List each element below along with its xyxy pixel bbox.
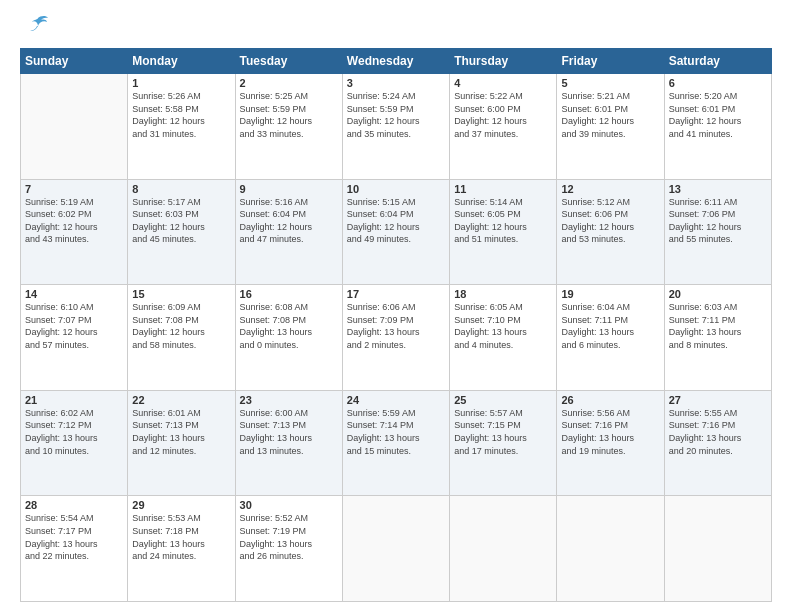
day-info: Sunrise: 6:02 AM Sunset: 7:12 PM Dayligh… [25,407,123,457]
day-info: Sunrise: 5:22 AM Sunset: 6:00 PM Dayligh… [454,90,552,140]
day-info: Sunrise: 5:54 AM Sunset: 7:17 PM Dayligh… [25,512,123,562]
day-number: 25 [454,394,552,406]
day-info: Sunrise: 5:16 AM Sunset: 6:04 PM Dayligh… [240,196,338,246]
header [20,16,772,40]
day-number: 6 [669,77,767,89]
day-info: Sunrise: 5:21 AM Sunset: 6:01 PM Dayligh… [561,90,659,140]
day-number: 30 [240,499,338,511]
calendar-cell: 24Sunrise: 5:59 AM Sunset: 7:14 PM Dayli… [342,390,449,496]
calendar-cell [450,496,557,602]
day-info: Sunrise: 5:52 AM Sunset: 7:19 PM Dayligh… [240,512,338,562]
calendar-cell: 1Sunrise: 5:26 AM Sunset: 5:58 PM Daylig… [128,74,235,180]
calendar-cell: 12Sunrise: 5:12 AM Sunset: 6:06 PM Dayli… [557,179,664,285]
day-number: 27 [669,394,767,406]
day-number: 8 [132,183,230,195]
weekday-sunday: Sunday [21,49,128,74]
calendar-cell: 6Sunrise: 5:20 AM Sunset: 6:01 PM Daylig… [664,74,771,180]
calendar-cell: 25Sunrise: 5:57 AM Sunset: 7:15 PM Dayli… [450,390,557,496]
calendar-cell: 19Sunrise: 6:04 AM Sunset: 7:11 PM Dayli… [557,285,664,391]
day-number: 10 [347,183,445,195]
weekday-saturday: Saturday [664,49,771,74]
day-number: 21 [25,394,123,406]
day-info: Sunrise: 5:55 AM Sunset: 7:16 PM Dayligh… [669,407,767,457]
calendar-cell: 17Sunrise: 6:06 AM Sunset: 7:09 PM Dayli… [342,285,449,391]
day-number: 16 [240,288,338,300]
calendar-cell [342,496,449,602]
day-number: 14 [25,288,123,300]
day-info: Sunrise: 5:24 AM Sunset: 5:59 PM Dayligh… [347,90,445,140]
calendar-week-row: 14Sunrise: 6:10 AM Sunset: 7:07 PM Dayli… [21,285,772,391]
day-info: Sunrise: 5:56 AM Sunset: 7:16 PM Dayligh… [561,407,659,457]
weekday-header-row: SundayMondayTuesdayWednesdayThursdayFrid… [21,49,772,74]
day-number: 18 [454,288,552,300]
day-number: 29 [132,499,230,511]
day-info: Sunrise: 5:53 AM Sunset: 7:18 PM Dayligh… [132,512,230,562]
calendar-week-row: 21Sunrise: 6:02 AM Sunset: 7:12 PM Dayli… [21,390,772,496]
day-info: Sunrise: 5:20 AM Sunset: 6:01 PM Dayligh… [669,90,767,140]
day-number: 11 [454,183,552,195]
day-info: Sunrise: 5:57 AM Sunset: 7:15 PM Dayligh… [454,407,552,457]
day-number: 28 [25,499,123,511]
day-info: Sunrise: 5:59 AM Sunset: 7:14 PM Dayligh… [347,407,445,457]
calendar-cell: 7Sunrise: 5:19 AM Sunset: 6:02 PM Daylig… [21,179,128,285]
calendar-cell [557,496,664,602]
calendar-cell: 20Sunrise: 6:03 AM Sunset: 7:11 PM Dayli… [664,285,771,391]
day-number: 7 [25,183,123,195]
day-info: Sunrise: 6:10 AM Sunset: 7:07 PM Dayligh… [25,301,123,351]
day-info: Sunrise: 5:14 AM Sunset: 6:05 PM Dayligh… [454,196,552,246]
day-info: Sunrise: 5:15 AM Sunset: 6:04 PM Dayligh… [347,196,445,246]
day-number: 13 [669,183,767,195]
day-number: 19 [561,288,659,300]
calendar-cell: 16Sunrise: 6:08 AM Sunset: 7:08 PM Dayli… [235,285,342,391]
day-info: Sunrise: 6:01 AM Sunset: 7:13 PM Dayligh… [132,407,230,457]
calendar-cell: 4Sunrise: 5:22 AM Sunset: 6:00 PM Daylig… [450,74,557,180]
calendar-cell: 15Sunrise: 6:09 AM Sunset: 7:08 PM Dayli… [128,285,235,391]
calendar-cell: 28Sunrise: 5:54 AM Sunset: 7:17 PM Dayli… [21,496,128,602]
day-info: Sunrise: 6:11 AM Sunset: 7:06 PM Dayligh… [669,196,767,246]
calendar-cell: 30Sunrise: 5:52 AM Sunset: 7:19 PM Dayli… [235,496,342,602]
calendar-table: SundayMondayTuesdayWednesdayThursdayFrid… [20,48,772,602]
weekday-friday: Friday [557,49,664,74]
weekday-thursday: Thursday [450,49,557,74]
day-info: Sunrise: 5:12 AM Sunset: 6:06 PM Dayligh… [561,196,659,246]
calendar-cell: 29Sunrise: 5:53 AM Sunset: 7:18 PM Dayli… [128,496,235,602]
calendar-cell [664,496,771,602]
calendar-week-row: 7Sunrise: 5:19 AM Sunset: 6:02 PM Daylig… [21,179,772,285]
calendar-cell: 10Sunrise: 5:15 AM Sunset: 6:04 PM Dayli… [342,179,449,285]
calendar-cell: 8Sunrise: 5:17 AM Sunset: 6:03 PM Daylig… [128,179,235,285]
calendar-cell: 23Sunrise: 6:00 AM Sunset: 7:13 PM Dayli… [235,390,342,496]
logo-bird-icon [24,12,52,40]
day-info: Sunrise: 6:08 AM Sunset: 7:08 PM Dayligh… [240,301,338,351]
day-number: 22 [132,394,230,406]
logo [20,16,52,40]
day-number: 4 [454,77,552,89]
day-info: Sunrise: 6:00 AM Sunset: 7:13 PM Dayligh… [240,407,338,457]
day-number: 26 [561,394,659,406]
day-info: Sunrise: 6:06 AM Sunset: 7:09 PM Dayligh… [347,301,445,351]
day-number: 23 [240,394,338,406]
calendar-cell: 2Sunrise: 5:25 AM Sunset: 5:59 PM Daylig… [235,74,342,180]
calendar-cell: 18Sunrise: 6:05 AM Sunset: 7:10 PM Dayli… [450,285,557,391]
day-number: 15 [132,288,230,300]
calendar-cell: 9Sunrise: 5:16 AM Sunset: 6:04 PM Daylig… [235,179,342,285]
day-number: 3 [347,77,445,89]
day-number: 5 [561,77,659,89]
day-info: Sunrise: 6:05 AM Sunset: 7:10 PM Dayligh… [454,301,552,351]
calendar-page: SundayMondayTuesdayWednesdayThursdayFrid… [0,0,792,612]
day-info: Sunrise: 5:26 AM Sunset: 5:58 PM Dayligh… [132,90,230,140]
day-number: 12 [561,183,659,195]
day-number: 1 [132,77,230,89]
calendar-cell [21,74,128,180]
day-number: 2 [240,77,338,89]
day-info: Sunrise: 6:03 AM Sunset: 7:11 PM Dayligh… [669,301,767,351]
weekday-tuesday: Tuesday [235,49,342,74]
calendar-cell: 21Sunrise: 6:02 AM Sunset: 7:12 PM Dayli… [21,390,128,496]
calendar-cell: 13Sunrise: 6:11 AM Sunset: 7:06 PM Dayli… [664,179,771,285]
calendar-cell: 22Sunrise: 6:01 AM Sunset: 7:13 PM Dayli… [128,390,235,496]
calendar-cell: 14Sunrise: 6:10 AM Sunset: 7:07 PM Dayli… [21,285,128,391]
day-info: Sunrise: 5:19 AM Sunset: 6:02 PM Dayligh… [25,196,123,246]
calendar-cell: 27Sunrise: 5:55 AM Sunset: 7:16 PM Dayli… [664,390,771,496]
day-number: 9 [240,183,338,195]
calendar-cell: 5Sunrise: 5:21 AM Sunset: 6:01 PM Daylig… [557,74,664,180]
calendar-cell: 11Sunrise: 5:14 AM Sunset: 6:05 PM Dayli… [450,179,557,285]
